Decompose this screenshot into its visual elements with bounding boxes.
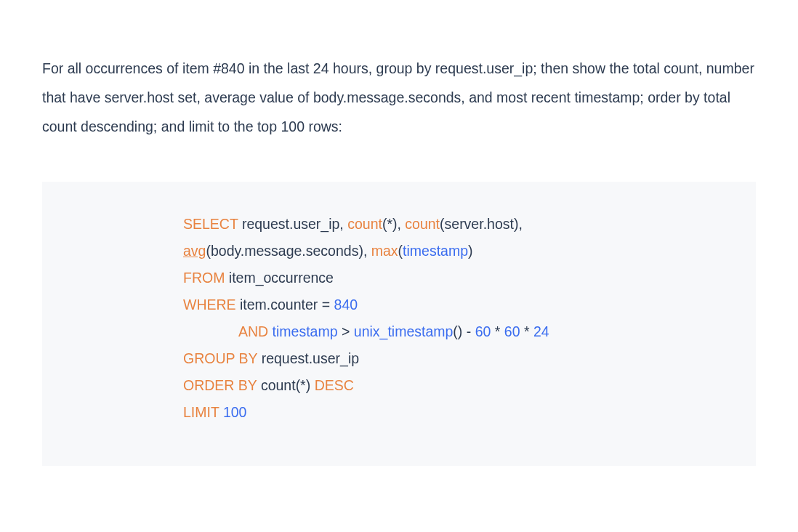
field-body-message-seconds: body.message.seconds	[211, 243, 358, 259]
keyword-and: AND	[238, 323, 268, 339]
code-line-7: ORDER BY count(*) DESC	[183, 372, 712, 399]
keyword-from: FROM	[183, 270, 225, 286]
function-count: count	[405, 216, 440, 232]
field-request-user-ip: request.user_ip	[238, 216, 340, 232]
operator-star: *	[520, 323, 533, 339]
paren-close: ),	[514, 216, 523, 232]
function-count: count	[347, 216, 382, 232]
parens: ()	[453, 323, 462, 339]
keyword-order-by: ORDER BY	[183, 377, 257, 393]
table-item-occurrence: item_occurrence	[225, 270, 334, 286]
number-60: 60	[475, 323, 491, 339]
function-max: max	[371, 243, 398, 259]
field-timestamp: timestamp	[273, 323, 338, 339]
operator-minus: -	[462, 323, 475, 339]
function-unix-timestamp: unix_timestamp	[354, 323, 454, 339]
comma: ,	[363, 243, 371, 259]
keyword-where: WHERE	[183, 297, 236, 313]
keyword-group-by: GROUP BY	[183, 350, 257, 366]
operator-gt: >	[338, 323, 354, 339]
keyword-limit: LIMIT	[183, 404, 219, 420]
code-line-4: WHERE item.counter = 840	[183, 291, 712, 318]
keyword-select: SELECT	[183, 216, 238, 232]
code-line-2: avg(body.message.seconds), max(timestamp…	[183, 238, 712, 265]
description-text: For all occurrences of item #840 in the …	[42, 55, 756, 142]
code-block: SELECT request.user_ip, count(*), count(…	[42, 182, 756, 466]
paren-close: )	[468, 243, 473, 259]
number-840: 840	[334, 297, 358, 313]
number-60: 60	[504, 323, 520, 339]
code-line-6: GROUP BY request.user_ip	[183, 345, 712, 372]
comma: ,	[397, 216, 405, 232]
number-100: 100	[223, 404, 247, 420]
field-server-host: server.host	[445, 216, 514, 232]
code-content: SELECT request.user_ip, count(*), count(…	[183, 211, 712, 426]
function-avg: avg	[183, 243, 206, 259]
where-condition: item.counter =	[236, 297, 334, 313]
code-line-1: SELECT request.user_ip, count(*), count(…	[183, 211, 712, 238]
code-line-8: LIMIT 100	[183, 399, 712, 426]
operator-star: *	[491, 323, 504, 339]
code-line-3: FROM item_occurrence	[183, 265, 712, 291]
paren-star: (*)	[382, 216, 398, 232]
field-timestamp: timestamp	[403, 243, 468, 259]
code-line-5: AND timestamp > unix_timestamp() - 60 * …	[183, 318, 712, 345]
comma: ,	[339, 216, 347, 232]
paren-star: (*)	[296, 377, 315, 393]
function-count: count	[257, 377, 296, 393]
keyword-desc: DESC	[315, 377, 354, 393]
number-24: 24	[533, 323, 549, 339]
field-request-user-ip: request.user_ip	[257, 350, 359, 366]
